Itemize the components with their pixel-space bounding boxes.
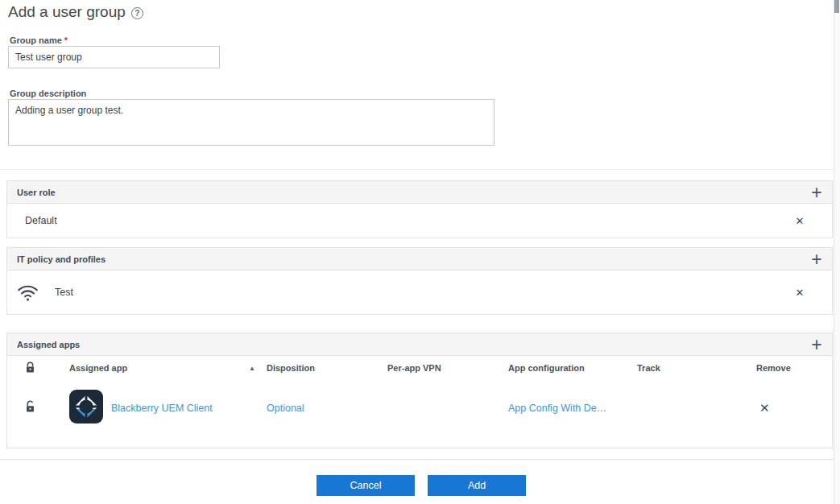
assigned-apps-table-header: Assigned app ▲ Disposition Per-app VPN A… xyxy=(7,356,832,380)
section-user-role: User role + Default ✕ xyxy=(6,180,833,238)
column-per-app-vpn[interactable]: Per-app VPN xyxy=(387,363,441,373)
plus-icon: + xyxy=(811,336,821,354)
disposition-link[interactable]: Optional xyxy=(267,403,304,414)
sort-ascending-icon[interactable]: ▲ xyxy=(249,365,255,372)
add-user-role-button[interactable]: + xyxy=(806,181,827,204)
section-it-policy: IT policy and profiles + Test ✕ xyxy=(6,247,833,315)
wifi-icon xyxy=(17,283,39,302)
it-policy-title: IT policy and profiles xyxy=(17,254,106,264)
footer-divider xyxy=(0,459,840,460)
add-button[interactable]: Add xyxy=(428,475,526,496)
app-configuration-link[interactable]: App Config With De… xyxy=(508,403,606,414)
user-role-title: User role xyxy=(17,188,56,197)
cancel-button[interactable]: Cancel xyxy=(317,475,415,496)
add-app-button[interactable]: + xyxy=(806,333,827,356)
it-policy-header: IT policy and profiles + xyxy=(7,248,832,271)
group-name-label: Group name* xyxy=(10,35,68,45)
page-title-text: Add a user group xyxy=(8,3,126,21)
section-assigned-apps: Assigned apps + Assigned app ▲ Dispositi… xyxy=(6,333,833,448)
column-remove: Remove xyxy=(756,363,791,373)
add-user-group-page: Add a user group ? Group name* Group des… xyxy=(0,0,840,504)
group-description-textarea[interactable]: Adding a user group test. xyxy=(8,99,494,146)
user-role-header: User role + xyxy=(7,181,832,204)
form-sections-divider xyxy=(0,169,840,170)
column-assigned-app[interactable]: Assigned app xyxy=(69,363,127,373)
column-track[interactable]: Track xyxy=(637,363,660,373)
remove-it-policy-button[interactable]: ✕ xyxy=(792,284,808,300)
group-description-label: Group description xyxy=(10,89,86,98)
help-icon[interactable]: ? xyxy=(131,7,143,19)
it-policy-name: Test xyxy=(55,287,73,298)
plus-icon: + xyxy=(811,184,821,202)
required-asterisk: * xyxy=(64,35,68,45)
assigned-apps-header: Assigned apps + xyxy=(7,333,832,356)
close-icon: ✕ xyxy=(796,287,805,299)
it-policy-row: Test ✕ xyxy=(7,271,832,314)
add-it-policy-button[interactable]: + xyxy=(806,248,827,271)
blackberry-uem-client-app-icon xyxy=(69,390,103,427)
group-name-input[interactable] xyxy=(8,46,220,68)
vertical-scrollbar[interactable] xyxy=(834,0,840,504)
column-disposition[interactable]: Disposition xyxy=(267,363,315,373)
column-app-configuration[interactable]: App configuration xyxy=(508,363,585,373)
unlock-icon xyxy=(25,400,35,416)
plus-icon: + xyxy=(811,250,821,269)
remove-app-button[interactable]: ✕ xyxy=(759,401,770,415)
assigned-apps-title: Assigned apps xyxy=(17,340,80,349)
close-icon: ✕ xyxy=(796,215,805,227)
remove-user-role-button[interactable]: ✕ xyxy=(792,213,808,229)
app-name-link[interactable]: Blackberry UEM Client xyxy=(111,403,213,414)
user-role-row: Default ✕ xyxy=(7,204,832,238)
lock-column-icon xyxy=(25,361,35,375)
close-icon: ✕ xyxy=(759,401,770,415)
assigned-app-row: Blackberry UEM Client Optional App Confi… xyxy=(7,380,832,436)
page-title: Add a user group ? xyxy=(8,3,143,21)
user-role-name: Default xyxy=(25,215,57,226)
scrollbar-thumb[interactable] xyxy=(834,0,839,13)
